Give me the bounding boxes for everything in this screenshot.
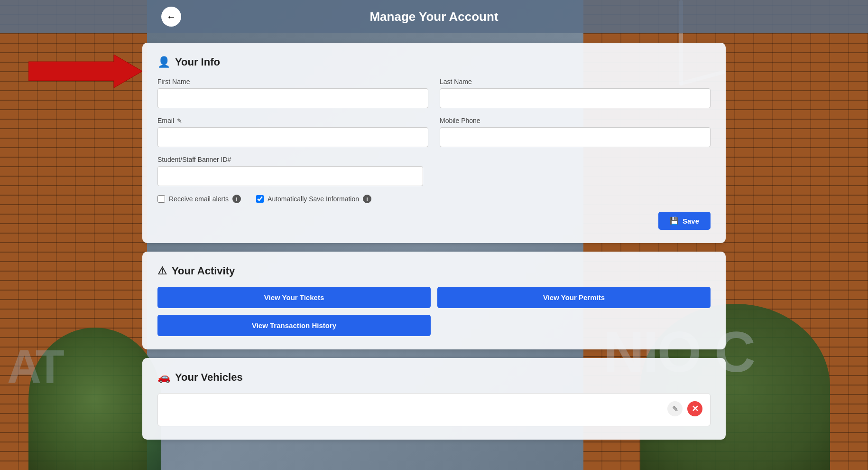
edit-email-icon[interactable]: ✎ [177,117,182,124]
vehicles-icon: 🚗 [157,371,170,384]
first-name-group: First Name [157,78,428,108]
svg-marker-0 [28,55,142,88]
last-name-label: Last Name [440,78,711,85]
email-input[interactable] [157,127,428,147]
auto-save-checkbox-label[interactable]: Automatically Save Information i [256,195,371,203]
delete-icon: ✕ [692,404,699,414]
delete-vehicle-button[interactable]: ✕ [687,401,702,416]
activity-buttons-grid: View Your Tickets View Your Permits View… [157,287,711,336]
person-icon: 👤 [157,56,170,68]
first-name-label: First Name [157,78,428,85]
back-icon: ← [166,11,176,22]
last-name-input[interactable] [440,88,711,108]
banner-id-row: Student/Staff Banner ID# [157,156,711,186]
save-icon: 💾 [670,216,679,225]
your-info-title: 👤 Your Info [157,56,711,68]
auto-save-info-icon[interactable]: i [363,195,371,203]
email-alerts-checkbox-label[interactable]: Receive email alerts i [157,195,241,203]
banner-id-group: Student/Staff Banner ID# [157,156,711,186]
your-info-card: 👤 Your Info First Name Last Name Email ✎ [142,43,726,243]
your-activity-card: ⚠ Your Activity View Your Tickets View Y… [142,252,726,349]
view-history-button[interactable]: View Transaction History [157,315,431,336]
header: ← Manage Your Account [0,0,868,33]
pencil-icon: ✎ [672,404,678,414]
contact-row: Email ✎ Mobile Phone [157,117,711,147]
your-activity-title: ⚠ Your Activity [157,265,711,277]
checkbox-row: Receive email alerts i Automatically Sav… [157,195,711,203]
view-permits-button[interactable]: View Your Permits [437,287,711,308]
name-row: First Name Last Name [157,78,711,108]
vehicle-item: ✎ ✕ [157,393,711,426]
last-name-group: Last Name [440,78,711,108]
email-alerts-checkbox[interactable] [157,195,165,203]
email-alerts-info-icon[interactable]: i [232,195,241,203]
your-vehicles-title: 🚗 Your Vehicles [157,371,711,384]
save-btn-row: 💾 Save [157,212,711,230]
red-arrow [28,55,142,90]
page-title: Manage Your Account [369,9,498,24]
edit-vehicle-button[interactable]: ✎ [667,401,683,416]
mobile-phone-label: Mobile Phone [440,117,711,124]
auto-save-checkbox[interactable] [256,195,264,203]
main-content: 👤 Your Info First Name Last Name Email ✎ [142,33,726,470]
banner-id-input[interactable] [157,166,423,186]
mobile-phone-input[interactable] [440,127,711,147]
mobile-phone-group: Mobile Phone [440,117,711,147]
your-vehicles-card: 🚗 Your Vehicles ✎ ✕ [142,358,726,440]
activity-icon: ⚠ [157,265,167,277]
email-label: Email ✎ [157,117,428,124]
email-group: Email ✎ [157,117,428,147]
view-tickets-button[interactable]: View Your Tickets [157,287,431,308]
save-button[interactable]: 💾 Save [658,212,711,230]
banner-id-label: Student/Staff Banner ID# [157,156,711,163]
back-button[interactable]: ← [161,7,181,27]
first-name-input[interactable] [157,88,428,108]
